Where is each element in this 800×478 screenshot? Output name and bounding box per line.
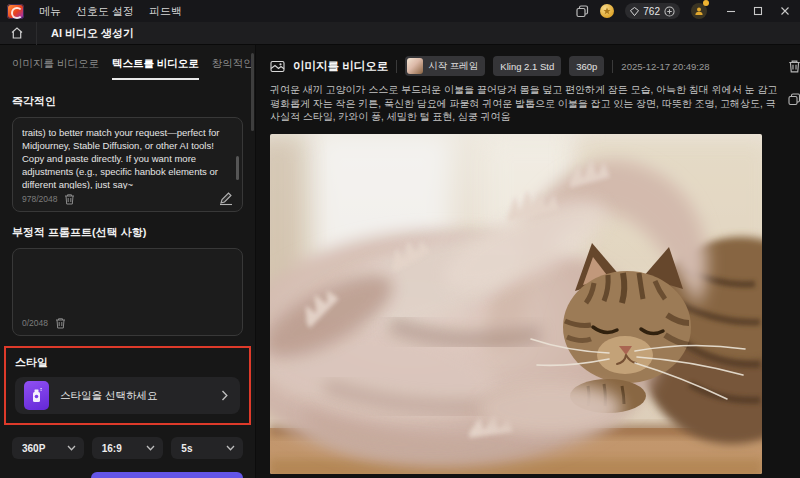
negative-prompt-input[interactable] [22,257,233,309]
copy-prompt-icon[interactable] [788,93,800,124]
divider [396,60,397,73]
task-title: 이미지를 비디오로 [293,59,388,74]
aspect-ratio-value: 16:9 [102,443,122,454]
aspect-ratio-dropdown[interactable]: 16:9 [92,437,164,459]
generator-sidebar: 이미지를 비디오로 텍스트를 비디오로 창의적인 효과 즉각적인 traits)… [0,45,256,478]
start-frame-thumbnail [407,58,423,74]
task-timestamp: 2025-12-17 20:49:28 [621,61,709,72]
style-spray-can-icon [24,381,49,410]
menu-button[interactable]: 메뉴 [39,4,61,19]
chevron-down-icon [226,445,235,451]
start-frame-chip: 시작 프레임 [405,56,485,76]
task-header: 이미지를 비디오로 시작 프레임 Kling 2.1 Std 360p 2025… [270,55,800,77]
home-icon[interactable] [10,26,24,40]
chevron-down-icon [146,445,155,451]
style-selector[interactable]: 스타일을 선택하세요 [15,377,240,414]
negative-char-counter: 0/2048 [22,318,48,328]
credit-count: 762 [643,6,660,17]
resolution-value: 360P [22,443,45,454]
preferences-button[interactable]: 선호도 설정 [76,4,134,19]
user-avatar[interactable] [691,3,707,19]
chevron-down-icon [67,445,76,451]
generated-video-preview[interactable] [270,134,762,474]
clear-negative-trash-icon[interactable] [55,317,66,329]
close-button[interactable] [780,6,790,16]
feedback-button[interactable]: 피드백 [149,4,182,19]
prompt-char-counter: 978/2048 [22,194,57,204]
model-badge: Kling 2.1 Std [493,56,561,76]
result-panel: 이미지를 비디오로 시작 프레임 Kling 2.1 Std 360p 2025… [256,45,800,478]
resolution-dropdown[interactable]: 360P [12,437,84,459]
chevron-right-icon [221,390,228,401]
notification-badge [703,0,709,6]
titlebar: 메뉴 선호도 설정 피드백 762 [0,0,800,22]
app-logo-icon[interactable] [7,4,24,19]
image-to-video-icon [270,60,285,73]
duration-value: 5s [181,443,192,454]
style-label: 스타일 [15,355,240,370]
diamond-icon [630,7,639,16]
start-frame-label: 시작 프레임 [428,60,478,73]
negative-prompt-box: 0/2048 [12,248,243,336]
duration-dropdown[interactable]: 5s [171,437,243,459]
tab-text-to-video[interactable]: 텍스트를 비디오로 [112,57,199,80]
kitten-in-blanket-image [270,134,762,474]
clear-prompt-trash-icon[interactable] [64,193,75,205]
output-options: 360P 16:9 5s [12,437,243,459]
style-annotation-box: 스타일 스타일을 선택하세요 [4,346,251,425]
sidebar-scrollbar[interactable] [251,53,254,131]
maximize-button[interactable] [753,6,763,16]
prompt-input[interactable]: traits) to better match your request—per… [22,126,233,189]
task-prompt-description: 귀여운 새끼 고양이가 스스로 부드러운 이불을 끌어당겨 몸을 덮고 편안하게… [270,83,778,124]
windows-layers-icon[interactable] [576,5,589,18]
appbar: AI 비디오 생성기 [0,22,800,45]
credit-balance[interactable]: 762 [625,3,680,19]
generate-button[interactable]: 6 생성하다 [91,472,243,478]
prompt-box: traits) to better match your request—per… [12,117,243,212]
delete-task-trash-icon[interactable] [788,59,800,73]
resolution-badge: 360p [569,56,604,76]
page-title: AI 비디오 생성기 [37,26,134,41]
add-credits-icon[interactable] [664,6,675,17]
prompt-scrollbar[interactable] [236,156,239,180]
minimize-button[interactable] [726,6,736,16]
prompt-label: 즉각적인 [12,94,243,109]
negative-prompt-label: 부정적 프롬프트(선택 사항) [12,225,243,240]
mode-tabs: 이미지를 비디오로 텍스트를 비디오로 창의적인 효과 [12,57,243,80]
tab-image-to-video[interactable]: 이미지를 비디오로 [12,57,99,80]
style-placeholder: 스타일을 선택하세요 [60,389,157,403]
coin-icon[interactable] [600,4,614,18]
ai-rewrite-pencil-icon[interactable] [218,191,234,206]
divider [612,60,613,73]
